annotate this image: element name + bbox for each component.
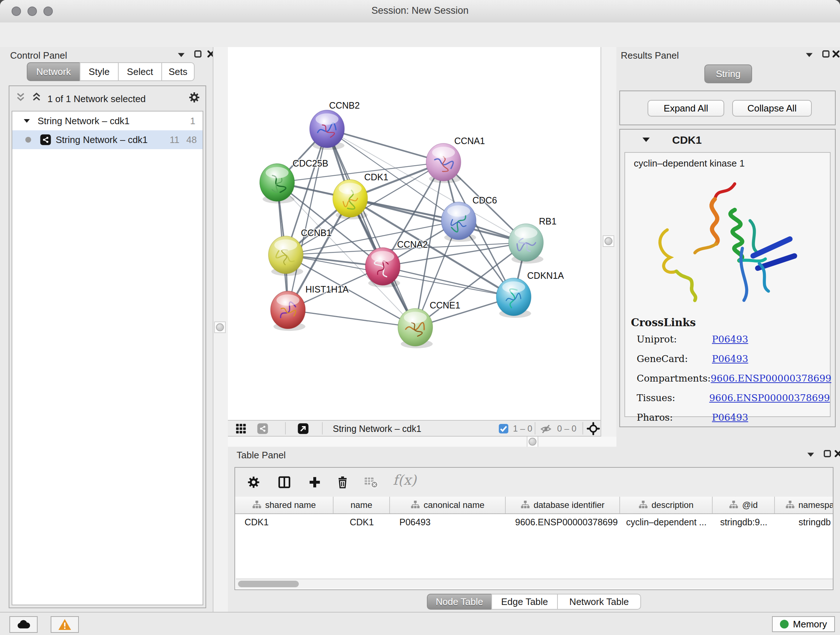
node-label-CCNE1: CCNE1: [430, 300, 461, 310]
tab-sets[interactable]: Sets: [161, 62, 195, 81]
network-canvas[interactable]: CCNB2CCNA1CDC25BCDK1CDC6RB1CCNB1CCNA2CDK…: [228, 47, 600, 420]
network-view-button[interactable]: [257, 423, 268, 434]
network-node-HIST1H1A[interactable]: HIST1H1A: [271, 284, 349, 331]
tab-style[interactable]: Style: [80, 62, 118, 81]
scrollbar-thumb[interactable]: [238, 581, 299, 587]
cloud-status-button[interactable]: [9, 616, 38, 633]
network-node-CDKN1A[interactable]: CDKN1A: [496, 271, 564, 318]
control-panel-menu-button[interactable]: [177, 51, 185, 58]
fit-selected-button[interactable]: [587, 422, 600, 435]
table-cell[interactable]: CDK1: [333, 514, 390, 530]
tab-node-table[interactable]: Node Table: [427, 594, 492, 610]
column-header-description[interactable]: description: [620, 497, 713, 513]
network-node-RB1[interactable]: RB1: [508, 216, 556, 264]
right-splitter[interactable]: [600, 47, 618, 447]
cloud-icon: [16, 619, 31, 630]
results-panel-close-button[interactable]: [832, 50, 840, 58]
collapse-all-button[interactable]: Collapse All: [732, 100, 812, 117]
control-panel: Control Panel NetworkStyleSelectSets 1 o…: [0, 47, 213, 612]
tab-network[interactable]: Network: [27, 62, 80, 81]
tab-network-table[interactable]: Network Table: [557, 594, 641, 610]
delete-column-button[interactable]: [336, 473, 357, 492]
network-node-count: 11: [170, 134, 180, 146]
tab-select[interactable]: Select: [118, 62, 162, 81]
share-icon: [257, 423, 268, 434]
results-panel-menu-button[interactable]: [805, 51, 813, 58]
chevron-down-icon: [807, 451, 815, 458]
network-list-options-button[interactable]: [188, 91, 201, 103]
node-label-CDK1: CDK1: [364, 172, 388, 182]
network-node-CCNB1[interactable]: CCNB1: [268, 228, 332, 276]
network-row-label: String Network – cdk1: [56, 134, 148, 146]
table-panel-float-button[interactable]: [823, 450, 831, 458]
network-node-CCNB2[interactable]: CCNB2: [309, 100, 360, 150]
table-panel-close-button[interactable]: [834, 450, 840, 458]
results-panel-float-button[interactable]: [822, 50, 830, 58]
network-node-CDK1[interactable]: CDK1: [333, 172, 388, 219]
tab-edge-table[interactable]: Edge Table: [491, 594, 558, 610]
expand-all-button[interactable]: Expand All: [647, 100, 724, 117]
table-cell[interactable]: 9606.ENSP00000378699: [506, 514, 620, 530]
table-cell[interactable]: P06493: [390, 514, 506, 530]
grid-view-button[interactable]: [235, 423, 247, 434]
horizontal-splitter-grip[interactable]: [527, 436, 538, 448]
tree-expander-icon: [23, 118, 30, 124]
warnings-button[interactable]: [51, 616, 79, 633]
birds-eye-view-button[interactable]: [297, 423, 309, 434]
float-window-icon: [823, 450, 831, 458]
column-header-canonical-name[interactable]: canonical name: [390, 497, 506, 513]
left-splitter-grip[interactable]: [214, 321, 226, 333]
close-icon: [832, 50, 840, 58]
results-actions-box: Expand All Collapse All: [619, 90, 836, 125]
node-label-CCNB1: CCNB1: [301, 228, 332, 238]
protein-section-expander[interactable]: [642, 136, 651, 143]
protein-result-box: CDK1 cyclin–dependent kinase 1: [619, 129, 836, 427]
right-splitter-grip[interactable]: [603, 235, 614, 247]
control-panel-title: Control Panel: [10, 50, 67, 61]
crosslink-row: Tissues:9606.ENSP00000378699: [637, 393, 830, 403]
crosslink-value-link[interactable]: P06493: [712, 334, 748, 345]
table-cell[interactable]: CDK1: [235, 514, 333, 530]
network-collection-row[interactable]: String Network – cdk1 1: [12, 111, 202, 130]
table-horizontal-scrollbar[interactable]: [236, 578, 834, 589]
table-cell[interactable]: stringdb: [775, 514, 834, 530]
crosslink-value-link[interactable]: P06493: [712, 412, 748, 423]
column-tree-icon: [729, 500, 738, 510]
table-panel-menu-button[interactable]: [807, 451, 815, 458]
warning-icon: [58, 618, 72, 631]
delete-table-button[interactable]: [363, 473, 385, 492]
chevron-down-icon: [805, 51, 813, 58]
table-toolbar: f(x): [235, 468, 833, 497]
crosslink-value-link[interactable]: 9606.ENSP00000378699: [711, 373, 831, 384]
control-panel-float-button[interactable]: [194, 50, 202, 58]
table-cell[interactable]: cyclin–dependent ...: [620, 514, 713, 530]
table-row[interactable]: CDK1CDK1P064939606.ENSP00000378699cyclin…: [235, 514, 833, 530]
create-column-button[interactable]: [308, 473, 329, 492]
column-header-shared-name[interactable]: shared name: [235, 497, 333, 513]
protein-description: cyclin–dependent kinase 1: [625, 153, 830, 169]
table-options-button[interactable]: [247, 473, 268, 492]
show-columns-button[interactable]: [277, 473, 299, 492]
function-builder-button[interactable]: f(x): [393, 472, 416, 488]
crosslink-value-link[interactable]: P06493: [712, 353, 748, 364]
table-cell[interactable]: stringdb:9...: [713, 514, 775, 530]
column-header-name[interactable]: name: [333, 497, 390, 513]
network-view-toolbar: String Network – cdk1 1 – 0 0 – 0: [228, 420, 600, 437]
node-label-CCNA1: CCNA1: [454, 136, 485, 146]
network-node-CCNE1[interactable]: CCNE1: [398, 300, 460, 348]
external-arrow-icon: [297, 423, 309, 434]
columns-icon: [277, 475, 292, 489]
crosslink-label: Tissues:: [637, 393, 709, 403]
network-node-CDC6[interactable]: CDC6: [441, 195, 497, 242]
network-node-CCNA1[interactable]: CCNA1: [426, 136, 485, 183]
network-row[interactable]: String Network – cdk1 11 48: [12, 130, 202, 149]
selected-checkbox[interactable]: [499, 424, 508, 434]
tab-string[interactable]: String: [704, 65, 752, 83]
memory-button[interactable]: Memory: [772, 616, 835, 632]
column-header-database-identifier[interactable]: database identifier: [506, 497, 620, 513]
crosslinks-title: CrossLinks: [631, 317, 696, 329]
crosslink-value-link[interactable]: 9606.ENSP00000378699: [709, 393, 830, 403]
crosslink-row: GeneCard:P06493: [637, 353, 830, 364]
column-header--id[interactable]: @id: [713, 497, 775, 513]
column-header-namespace[interactable]: namespace: [775, 497, 834, 513]
